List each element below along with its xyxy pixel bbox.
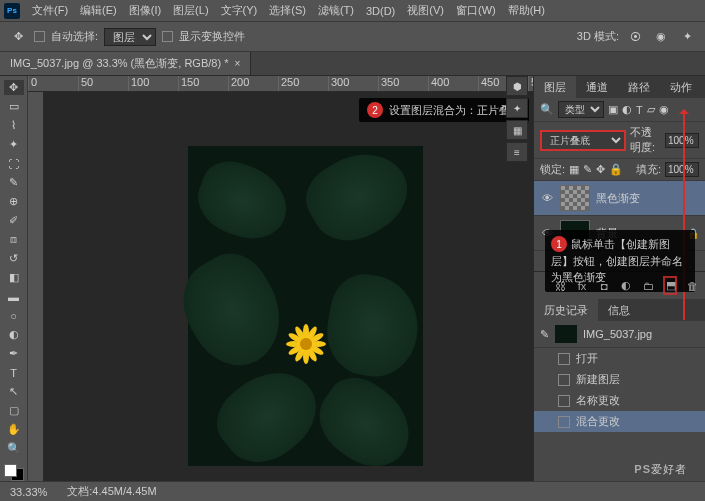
transform-checkbox[interactable]	[162, 31, 173, 42]
menu-type[interactable]: 文字(Y)	[215, 3, 264, 18]
opacity-label: 不透明度:	[630, 125, 661, 155]
dodge-tool[interactable]: ◐	[4, 327, 24, 342]
options-bar: ✥ 自动选择: 图层 显示变换控件 3D 模式: ⦿ ◉ ✦	[0, 22, 705, 52]
lock-pixel-icon[interactable]: ✎	[583, 163, 592, 176]
menu-select[interactable]: 选择(S)	[263, 3, 312, 18]
history-snapshot[interactable]: ✎ IMG_5037.jpg	[534, 321, 705, 348]
history-item[interactable]: 打开	[534, 348, 705, 369]
menu-file[interactable]: 文件(F)	[26, 3, 74, 18]
threed-icon-1[interactable]: ⦿	[625, 27, 645, 47]
layer-row[interactable]: 👁 黑色渐变	[534, 181, 705, 216]
close-icon[interactable]: ×	[234, 58, 240, 69]
history-item[interactable]: 新建图层	[534, 369, 705, 390]
history-step-icon	[558, 353, 570, 365]
move-tool[interactable]: ✥	[4, 80, 24, 95]
search-icon[interactable]: 🔍	[540, 103, 554, 116]
filter-adjust-icon[interactable]: ◐	[622, 103, 632, 116]
layer-panel-tabs: 图层 通道 路径 动作	[534, 76, 705, 98]
wand-tool[interactable]: ✦	[4, 137, 24, 152]
filter-shape-icon[interactable]: ▱	[647, 103, 655, 116]
type-tool[interactable]: T	[4, 365, 24, 380]
shape-tool[interactable]: ▢	[4, 403, 24, 418]
eraser-tool[interactable]: ◧	[4, 270, 24, 285]
menu-help[interactable]: 帮助(H)	[502, 3, 551, 18]
lasso-tool[interactable]: ⌇	[4, 118, 24, 133]
document-tab[interactable]: IMG_5037.jpg @ 33.3% (黑色渐变, RGB/8) * ×	[0, 52, 251, 75]
annotation-text-2: 设置图层混合为：正片叠底	[389, 103, 521, 118]
link-icon[interactable]: ⛓	[553, 280, 567, 292]
gradient-tool[interactable]: ▬	[4, 289, 24, 304]
color-swatch[interactable]	[4, 464, 24, 481]
history-panel-tabs: 历史记录 信息	[534, 299, 705, 321]
layer-name[interactable]: 黑色渐变	[596, 191, 640, 206]
visibility-icon[interactable]: 👁	[540, 192, 554, 204]
path-tool[interactable]: ↖	[4, 384, 24, 399]
lock-pos-icon[interactable]: ✥	[596, 163, 605, 176]
lock-trans-icon[interactable]: ▦	[569, 163, 579, 176]
lock-label: 锁定:	[540, 162, 565, 177]
new-layer-icon[interactable]: ⬒	[663, 276, 677, 295]
tab-history[interactable]: 历史记录	[534, 299, 598, 321]
menu-layer[interactable]: 图层(L)	[167, 3, 214, 18]
pen-tool[interactable]: ✒	[4, 346, 24, 361]
menu-filter[interactable]: 滤镜(T)	[312, 3, 360, 18]
annotation-badge-1: 1	[551, 236, 567, 252]
menu-window[interactable]: 窗口(W)	[450, 3, 502, 18]
crop-tool[interactable]: ⛶	[4, 156, 24, 171]
doc-size[interactable]: 文档:4.45M/4.45M	[67, 484, 156, 499]
mask-icon[interactable]: ◘	[597, 280, 611, 292]
collapsed-panel-1[interactable]: ⬢	[506, 76, 528, 96]
filter-type-icon[interactable]: T	[636, 104, 643, 116]
auto-select-dropdown[interactable]: 图层	[104, 28, 156, 46]
stamp-tool[interactable]: ⧈	[4, 232, 24, 247]
layer-thumbnail[interactable]	[560, 185, 590, 211]
auto-select-checkbox[interactable]	[34, 31, 45, 42]
threed-icon-2[interactable]: ◉	[651, 27, 671, 47]
threed-icon-3[interactable]: ✦	[677, 27, 697, 47]
history-item[interactable]: 名称更改	[534, 390, 705, 411]
collapsed-panel-3[interactable]: ▦	[506, 120, 528, 140]
menu-image[interactable]: 图像(I)	[123, 3, 167, 18]
history-brush-tool[interactable]: ↺	[4, 251, 24, 266]
history-step-icon	[558, 416, 570, 428]
filter-kind-dropdown[interactable]: 类型	[558, 101, 604, 118]
tools-panel: ✥ ▭ ⌇ ✦ ⛶ ✎ ⊕ ✐ ⧈ ↺ ◧ ▬ ○ ◐ ✒ T ↖ ▢ ✋ 🔍	[0, 76, 28, 481]
eyedropper-tool[interactable]: ✎	[4, 175, 24, 190]
filter-pixel-icon[interactable]: ▣	[608, 103, 618, 116]
watermark: PS爱好者	[634, 460, 687, 477]
blend-mode-dropdown[interactable]: 正片叠底	[540, 130, 626, 151]
menu-edit[interactable]: 编辑(E)	[74, 3, 123, 18]
snapshot-thumbnail	[555, 325, 577, 343]
auto-select-label: 自动选择:	[51, 29, 98, 44]
menu-view[interactable]: 视图(V)	[401, 3, 450, 18]
blur-tool[interactable]: ○	[4, 308, 24, 323]
brush-tool[interactable]: ✐	[4, 213, 24, 228]
canvas-area: 050100150200250300350400450500 2 设置图层混合为…	[28, 76, 533, 481]
history-item[interactable]: 混合更改	[534, 411, 705, 432]
snapshot-name: IMG_5037.jpg	[583, 328, 652, 340]
fill-input[interactable]	[665, 162, 699, 177]
tab-layers[interactable]: 图层	[534, 76, 576, 98]
collapsed-panel-4[interactable]: ≡	[506, 142, 528, 162]
tab-actions[interactable]: 动作	[660, 76, 702, 98]
tab-info[interactable]: 信息	[598, 299, 640, 321]
move-tool-icon[interactable]: ✥	[8, 27, 28, 47]
tab-channels[interactable]: 通道	[576, 76, 618, 98]
zoom-tool[interactable]: 🔍	[4, 441, 24, 456]
opacity-input[interactable]	[665, 133, 699, 148]
collapsed-panel-2[interactable]: ✦	[506, 98, 528, 118]
heal-tool[interactable]: ⊕	[4, 194, 24, 209]
menu-3d[interactable]: 3D(D)	[360, 5, 401, 17]
trash-icon[interactable]: 🗑	[685, 280, 699, 292]
marquee-tool[interactable]: ▭	[4, 99, 24, 114]
hand-tool[interactable]: ✋	[4, 422, 24, 437]
zoom-level[interactable]: 33.33%	[10, 486, 47, 498]
document-tabs: IMG_5037.jpg @ 33.3% (黑色渐变, RGB/8) * ×	[0, 52, 705, 76]
canvas[interactable]	[188, 146, 423, 466]
adjust-icon[interactable]: ◐	[619, 279, 633, 292]
filter-smart-icon[interactable]: ◉	[659, 103, 669, 116]
lock-all-icon[interactable]: 🔒	[609, 163, 623, 176]
folder-icon[interactable]: 🗀	[641, 280, 655, 292]
tab-paths[interactable]: 路径	[618, 76, 660, 98]
fx-icon[interactable]: fx	[575, 280, 589, 292]
